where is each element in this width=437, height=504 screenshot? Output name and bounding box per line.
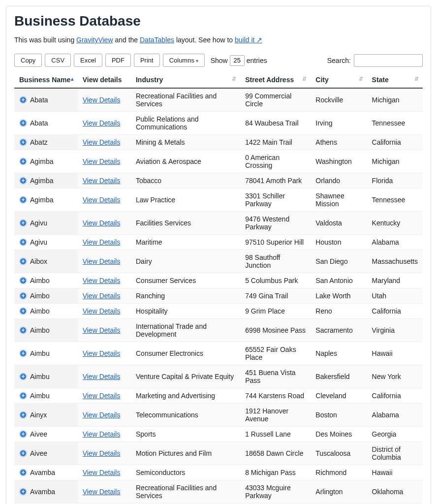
business-name: Agimba (30, 158, 53, 165)
view-details-link[interactable]: View Details (83, 469, 121, 476)
industry-cell: Mining & Metals (131, 135, 240, 150)
view-details-link[interactable]: View Details (83, 349, 121, 357)
view-details-link[interactable]: View Details (83, 430, 121, 438)
address-cell: 744 Karstens Road (240, 388, 311, 404)
view-details-link[interactable]: View Details (83, 392, 121, 400)
expand-row-icon[interactable]: + (19, 373, 27, 380)
expand-row-icon[interactable]: + (19, 219, 27, 227)
city-cell: Bakersfield (311, 365, 367, 388)
col-city[interactable]: City (311, 72, 367, 88)
view-details-link[interactable]: View Details (83, 449, 121, 457)
expand-row-icon[interactable]: + (19, 349, 27, 357)
industry-cell: Public Relations and Communications (131, 112, 240, 135)
view-details-link[interactable]: View Details (83, 411, 121, 419)
col-street-address[interactable]: Street Address (240, 72, 311, 88)
address-cell: 98 Sauthoff Junction (240, 250, 311, 273)
industry-cell: Hospitality (131, 304, 240, 319)
gravityview-link[interactable]: GravityView (76, 36, 113, 44)
expand-row-icon[interactable]: + (19, 196, 27, 204)
intro-suffix: layout. See how to (174, 36, 235, 44)
intro-prefix: This was built using (14, 36, 76, 44)
page-container: Business Database This was built using G… (6, 6, 431, 504)
business-name: Aimbo (30, 307, 50, 315)
expand-row-icon[interactable]: + (19, 411, 27, 419)
expand-row-icon[interactable]: + (19, 238, 27, 246)
state-cell: Utah (367, 288, 423, 304)
view-details-link[interactable]: View Details (83, 177, 121, 185)
page-length-input[interactable] (230, 55, 245, 66)
expand-row-icon[interactable]: + (19, 307, 27, 315)
business-name: Abata (30, 119, 48, 127)
city-cell: Cleveland (311, 388, 367, 404)
city-cell: Naples (311, 342, 367, 365)
view-details-link[interactable]: View Details (83, 238, 121, 246)
view-details-link[interactable]: View Details (83, 119, 121, 127)
expand-row-icon[interactable]: + (19, 158, 27, 165)
search-input[interactable] (354, 54, 423, 67)
expand-row-icon[interactable]: + (19, 326, 27, 334)
city-cell: Shawnee Mission (311, 189, 367, 212)
industry-cell: Aviation & Aerospace (131, 150, 240, 173)
expand-row-icon[interactable]: + (19, 392, 27, 400)
address-cell: 97510 Superior Hill (240, 235, 311, 250)
business-name: Aimbo (30, 277, 50, 284)
expand-row-icon[interactable]: + (19, 277, 27, 284)
table-row: +AiveeView DetailsMotion Pictures and Fi… (14, 442, 423, 465)
col-state[interactable]: State (367, 72, 423, 88)
expand-row-icon[interactable]: + (19, 430, 27, 438)
table-row: +AgivuView DetailsMaritime97510 Superior… (14, 235, 423, 250)
view-details-link[interactable]: View Details (83, 373, 121, 380)
view-details-link[interactable]: View Details (83, 292, 121, 300)
table-row: +AiboxView DetailsDairy98 Sauthoff Junct… (14, 250, 423, 273)
copy-button[interactable]: Copy (14, 54, 42, 67)
build-it-link[interactable]: build it ↗ (235, 36, 262, 44)
state-cell: Michigan (367, 88, 423, 112)
expand-row-icon[interactable]: + (19, 469, 27, 476)
table-row: +AgimbaView DetailsAviation & Aerospace0… (14, 150, 423, 173)
expand-row-icon[interactable]: + (19, 257, 27, 265)
address-cell: 451 Buena Vista Pass (240, 365, 311, 388)
address-cell: 0 American Crossing (240, 150, 311, 173)
expand-row-icon[interactable]: + (19, 119, 27, 127)
col-view-details[interactable]: View details (78, 72, 131, 88)
view-details-link[interactable]: View Details (83, 138, 121, 146)
industry-cell: Motion Pictures and Film (131, 442, 240, 465)
address-cell: 18658 Dawn Circle (240, 442, 311, 465)
table-row: +AvambaView DetailsRecreational Faciliti… (14, 480, 423, 504)
view-details-link[interactable]: View Details (83, 277, 121, 284)
expand-row-icon[interactable]: + (19, 177, 27, 185)
view-details-link[interactable]: View Details (83, 96, 121, 104)
view-details-link[interactable]: View Details (83, 257, 121, 265)
industry-cell: Sports (131, 427, 240, 442)
state-cell: California (367, 304, 423, 319)
columns-button[interactable]: Columns (163, 54, 205, 67)
view-details-link[interactable]: View Details (83, 326, 121, 334)
col-industry[interactable]: Industry (131, 72, 240, 88)
expand-row-icon[interactable]: + (19, 96, 27, 104)
state-cell: Georgia (367, 427, 423, 442)
table-row: +AimbuView DetailsMarketing and Advertis… (14, 388, 423, 404)
state-cell: Hawaii (367, 465, 423, 480)
business-name: Avamba (30, 469, 55, 476)
print-button[interactable]: Print (134, 54, 160, 67)
view-details-link[interactable]: View Details (83, 158, 121, 165)
view-details-link[interactable]: View Details (83, 219, 121, 227)
excel-button[interactable]: Excel (74, 54, 102, 67)
industry-cell: Maritime (131, 235, 240, 250)
view-details-link[interactable]: View Details (83, 196, 121, 204)
business-name: Agivu (30, 219, 47, 227)
datatables-link[interactable]: DataTables (140, 36, 174, 44)
expand-row-icon[interactable]: + (19, 138, 27, 146)
col-business-name[interactable]: Business Name (14, 72, 78, 88)
business-name: Aivee (30, 449, 47, 457)
csv-button[interactable]: CSV (45, 54, 71, 67)
view-details-link[interactable]: View Details (83, 488, 121, 496)
expand-row-icon[interactable]: + (19, 292, 27, 300)
expand-row-icon[interactable]: + (19, 488, 27, 496)
expand-row-icon[interactable]: + (19, 449, 27, 457)
view-details-link[interactable]: View Details (83, 307, 121, 315)
industry-cell: Dairy (131, 250, 240, 273)
state-cell: Tennessee (367, 112, 423, 135)
pdf-button[interactable]: PDF (105, 54, 131, 67)
state-cell: Alabama (367, 404, 423, 427)
